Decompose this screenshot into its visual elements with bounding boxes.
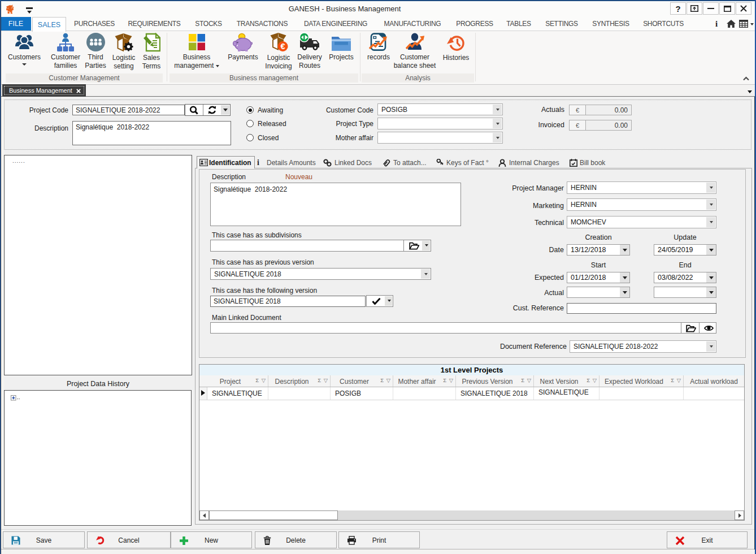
svg-text:€: €	[280, 42, 285, 51]
